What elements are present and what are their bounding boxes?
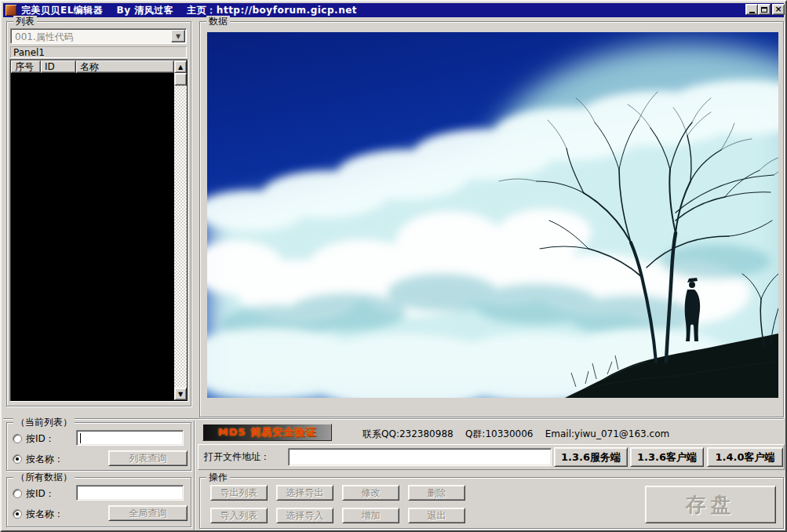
exit-button[interactable]: 退出 xyxy=(408,508,465,523)
panel1-label: Panel1 xyxy=(10,46,187,58)
scroll-up-button[interactable]: ▲ xyxy=(174,60,187,73)
select-export-button[interactable]: 选择导出 xyxy=(276,485,333,501)
app-icon xyxy=(5,5,16,16)
text-caret xyxy=(80,433,81,443)
file-path-label: 打开文件地址： xyxy=(204,450,270,464)
app-window: 完美贝贝EL编辑器 By 清风过客 主页：http://boyforum.gic… xyxy=(0,0,787,532)
current-by-name-radio[interactable] xyxy=(13,454,22,464)
list-scrollbar-thumb[interactable] xyxy=(174,73,187,86)
contact-info: 联系QQ:232380988 Q群:10330006 Email:yiwu_07… xyxy=(363,428,669,441)
select-import-button[interactable]: 选择导入 xyxy=(276,508,333,523)
modify-button[interactable]: 修改 xyxy=(342,485,399,501)
scroll-up-icon: ▲ xyxy=(178,64,183,71)
export-list-button[interactable]: 导出列表 xyxy=(210,485,268,501)
close-icon: × xyxy=(774,5,782,13)
operations-group-label: 操作 xyxy=(206,472,230,483)
photo-watermark: © Anda Bereczky, 2006 xyxy=(218,381,321,391)
current-list-group-label: （当前列表） xyxy=(13,417,75,428)
all-by-id-label: 按ID： xyxy=(26,487,55,501)
all-by-name-radio[interactable] xyxy=(13,509,22,519)
current-by-id-radio[interactable] xyxy=(13,434,22,443)
delete-button[interactable]: 删除 xyxy=(408,485,465,501)
window-title: 完美贝贝EL编辑器 By 清风过客 主页：http://boyforum.gic… xyxy=(21,4,357,17)
combobox-value: 001.属性代码 xyxy=(15,31,74,44)
all-by-name-label: 按名称： xyxy=(26,508,64,521)
all-id-input[interactable] xyxy=(76,485,184,501)
import-list-button[interactable]: 导入列表 xyxy=(210,508,268,523)
save-button[interactable]: 存盘 xyxy=(645,486,776,523)
all-data-group-label: （所有数据） xyxy=(13,472,75,483)
horizontal-divider xyxy=(3,418,784,420)
scroll-down-icon: ▼ xyxy=(178,391,183,398)
preview-photo: © Anda Bereczky, 2006 xyxy=(207,32,778,398)
column-header-name[interactable]: 名称 xyxy=(76,60,174,73)
scroll-down-button[interactable]: ▼ xyxy=(174,388,187,400)
close-button[interactable]: × xyxy=(772,4,785,15)
minimize-button[interactable] xyxy=(745,4,758,15)
file-path-input[interactable] xyxy=(288,448,552,466)
list-query-button[interactable]: 列表查询 xyxy=(108,450,188,466)
list-scrollbar-track[interactable] xyxy=(174,73,187,388)
client-140-button[interactable]: 1.4.0客户端 xyxy=(707,447,783,467)
list-group-label: 列表 xyxy=(13,16,37,27)
data-group-label: 数据 xyxy=(206,16,230,27)
column-header-index[interactable]: 序号 xyxy=(11,60,41,73)
add-button[interactable]: 增加 xyxy=(342,508,399,523)
minimize-icon xyxy=(749,12,755,13)
titlebar[interactable]: 完美贝贝EL编辑器 By 清风过客 主页：http://boyforum.gic… xyxy=(3,3,784,17)
current-by-id-label: 按ID： xyxy=(26,432,55,446)
server-136-button[interactable]: 1.3.6服务端 xyxy=(554,447,628,467)
column-header-id[interactable]: ID xyxy=(41,60,76,73)
client-136-button[interactable]: 1.3.6客户端 xyxy=(630,447,704,467)
combo-dropdown-button[interactable]: ▼ xyxy=(171,30,185,42)
global-query-button[interactable]: 全局查询 xyxy=(108,505,188,521)
vertical-divider xyxy=(194,421,195,530)
current-id-input[interactable] xyxy=(76,430,184,446)
md5-verify-button[interactable]: MD5 简易安全验证 xyxy=(202,424,332,441)
maximize-icon xyxy=(761,7,767,13)
all-by-id-radio[interactable] xyxy=(13,489,22,498)
item-listview[interactable]: 序号 ID 名称 ▲ ▼ xyxy=(9,59,188,402)
chevron-down-icon: ▼ xyxy=(176,33,180,40)
maximize-button[interactable] xyxy=(758,4,771,15)
current-by-name-label: 按名称： xyxy=(26,453,64,466)
list-combobox[interactable]: 001.属性代码 ▼ xyxy=(10,28,187,44)
